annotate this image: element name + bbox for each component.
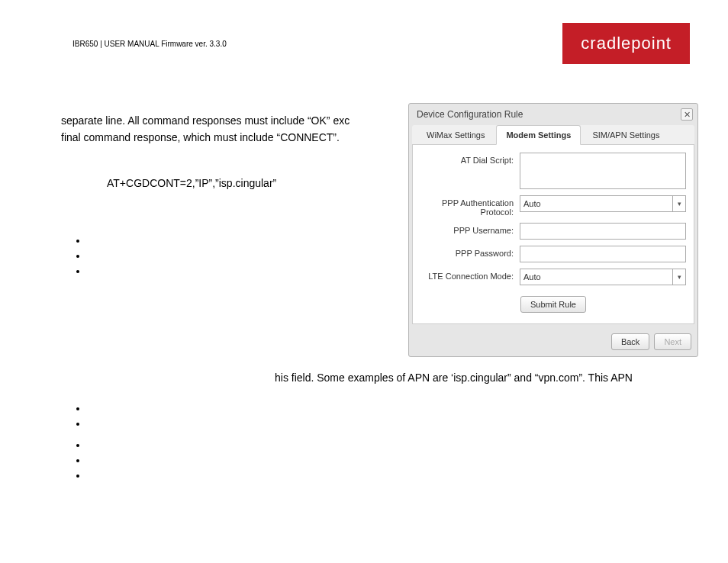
ppp-password-label: PPP Password: [420, 246, 520, 258]
lte-connection-mode-value: Auto [520, 269, 686, 285]
modem-settings-panel: AT Dial Script: PPP Authentication Proto… [412, 145, 694, 324]
body-text-line-1: separate line. All command responses mus… [61, 113, 389, 129]
body-text-line-2: final command response, which must inclu… [61, 130, 389, 146]
brand-logo: cradlepoint [562, 23, 690, 64]
at-dial-script-input[interactable] [520, 153, 686, 189]
tab-modem-settings[interactable]: Modem Settings [496, 125, 581, 145]
ppp-password-input[interactable] [520, 246, 686, 262]
ppp-username-label: PPP Username: [420, 223, 520, 235]
lte-connection-mode-label: LTE Connection Mode: [420, 269, 520, 281]
dialog-title: Device Configuration Rule [417, 109, 523, 120]
next-button[interactable]: Next [654, 333, 691, 350]
header-product-line: IBR650 | USER MANUAL Firmware ver. 3.3.0 [72, 40, 227, 48]
ppp-auth-protocol-select[interactable]: Auto ▾ [520, 195, 686, 212]
ppp-username-input[interactable] [520, 223, 686, 240]
back-button[interactable]: Back [611, 333, 649, 350]
submit-rule-button[interactable]: Submit Rule [520, 296, 586, 313]
ppp-auth-protocol-label: PPP Authentication Protocol: [420, 195, 520, 217]
lte-connection-mode-select[interactable]: Auto ▾ [520, 269, 686, 285]
tab-wimax-settings[interactable]: WiMax Settings [417, 125, 494, 144]
tab-sim-apn-settings[interactable]: SIM/APN Settings [582, 125, 669, 144]
at-command-example: AT+CGDCONT=2,”IP”,”isp.cingular” [107, 175, 276, 191]
tab-bar: WiMax Settings Modem Settings SIM/APN Se… [412, 125, 694, 145]
at-dial-script-label: AT Dial Script: [420, 153, 520, 165]
close-button[interactable]: ✕ [681, 108, 693, 121]
device-config-dialog: Device Configuration Rule ✕ WiMax Settin… [408, 103, 698, 357]
body-text-line-3: his field. Some examples of APN are ‘isp… [275, 370, 702, 386]
ppp-auth-protocol-value: Auto [520, 195, 686, 212]
close-icon: ✕ [684, 110, 691, 120]
